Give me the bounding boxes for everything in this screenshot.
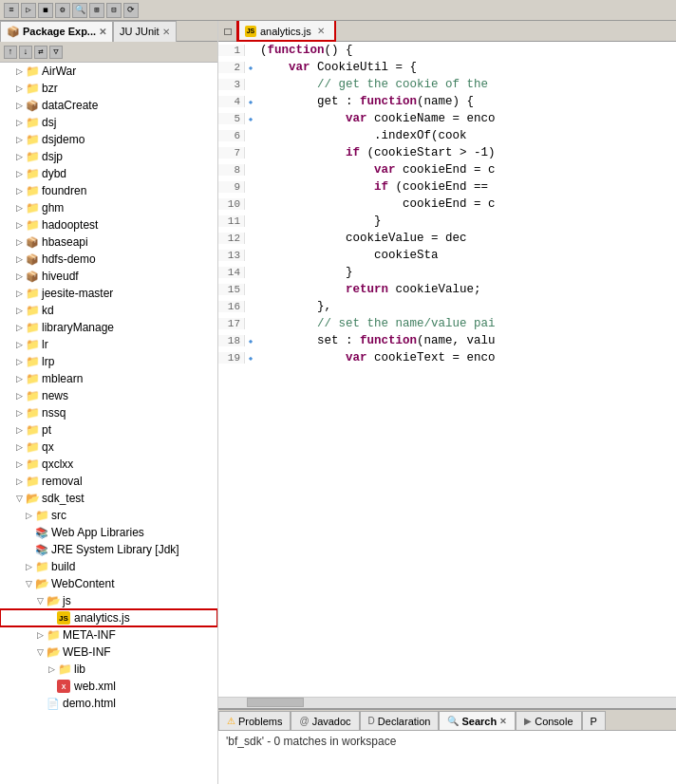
tree-item-lib[interactable]: ▷ 📁 lib [0, 661, 217, 678]
toggle-hiveudf[interactable]: ▷ [13, 271, 25, 282]
tree-item-WebContent[interactable]: ▽ 📂 WebContent [0, 575, 217, 592]
toolbar-icon-2[interactable]: ▷ [21, 3, 36, 18]
toggle-mblearn[interactable]: ▷ [13, 373, 25, 384]
tree-item-news[interactable]: ▷ 📁 news [0, 387, 217, 404]
tab-junit[interactable]: JU JUnit ✕ [113, 21, 177, 42]
tree-item-dsjdemo[interactable]: ▷ 📁 dsjdemo [0, 131, 217, 148]
toggle-META-INF[interactable]: ▷ [34, 629, 46, 641]
tree-item-lrp[interactable]: ▷ 📁 lrp [0, 353, 217, 370]
toggle-foundren[interactable]: ▷ [13, 185, 25, 196]
tree-item-dataCreate[interactable]: ▷ 📦 dataCreate [0, 97, 217, 114]
toggle-qx[interactable]: ▷ [13, 441, 25, 453]
toolbar-icon-3[interactable]: ◼ [38, 3, 53, 18]
toggle-lrp[interactable]: ▷ [13, 356, 25, 367]
tab-search[interactable]: 🔍 Search ✕ [439, 711, 516, 730]
tree-item-mblearn[interactable]: ▷ 📁 mblearn [0, 370, 217, 387]
toggle-lr[interactable]: ▷ [13, 339, 25, 350]
tree-item-js[interactable]: ▽ 📂 js [0, 592, 217, 609]
toolbar-icon-7[interactable]: ⊟ [106, 3, 122, 18]
tree-item-foundren[interactable]: ▷ 📁 foundren [0, 182, 217, 199]
toggle-airwar[interactable]: ▷ [13, 65, 25, 77]
editor-tab-analyticsjs[interactable]: JS analytics.js ✕ [237, 21, 335, 41]
tree-item-sdk_test[interactable]: ▽ 📂 sdk_test [0, 490, 217, 507]
tree-item-qxclxx[interactable]: ▷ 📁 qxclxx [0, 456, 217, 473]
close-search-tab-icon[interactable]: ✕ [499, 717, 507, 726]
tree-item-demoHtml[interactable]: ▷ 📄 demo.html [0, 695, 217, 712]
tree-item-hiveudf[interactable]: ▷ 📦 hiveudf [0, 268, 217, 285]
close-junit-icon[interactable]: ✕ [162, 27, 170, 37]
tree-item-hdfs-demo[interactable]: ▷ 📦 hdfs-demo [0, 251, 217, 268]
tree-item-META-INF[interactable]: ▷ 📁 META-INF [0, 626, 217, 644]
toggle-lib[interactable]: ▷ [46, 663, 57, 675]
toggle-qxclxx[interactable]: ▷ [13, 458, 25, 470]
toggle-WEB-INF[interactable]: ▽ [34, 646, 46, 658]
tab-p[interactable]: P [582, 711, 606, 730]
tree-item-webapplib[interactable]: ▷ 📚 Web App Libraries [0, 524, 217, 541]
toggle-removal[interactable]: ▷ [13, 476, 25, 487]
tree-item-hadooptest[interactable]: ▷ 📁 hadooptest [0, 216, 217, 233]
tree-item-nssq[interactable]: ▷ 📁 nssq [0, 404, 217, 421]
toggle-hbaseapi[interactable]: ▷ [13, 236, 25, 248]
tree-item-WEB-INF[interactable]: ▽ 📂 WEB-INF [0, 644, 217, 661]
tree-item-airwar[interactable]: ▷ 📁 AirWar [0, 63, 217, 80]
link-editor-icon[interactable]: ⇄ [34, 46, 47, 59]
tree-item-build[interactable]: ▷ 📁 build [0, 558, 217, 575]
code-editor[interactable]: 1 (function() { 2 ⬥ var CookieUtil = { 3… [218, 42, 676, 697]
tree-item-pt[interactable]: ▷ 📁 pt [0, 421, 217, 439]
toggle-dsjp[interactable]: ▷ [13, 151, 25, 162]
tree-item-lr[interactable]: ▷ 📁 lr [0, 336, 217, 353]
tree-item-kd[interactable]: ▷ 📁 kd [0, 302, 217, 319]
tree-item-webxml[interactable]: ▷ X web.xml [0, 678, 217, 695]
toggle-nssq[interactable]: ▷ [13, 407, 25, 419]
toggle-jeesite-master[interactable]: ▷ [13, 288, 25, 299]
toggle-sdk_test[interactable]: ▽ [13, 493, 25, 504]
tree-item-libraryManage[interactable]: ▷ 📁 libraryManage [0, 319, 217, 336]
tree-item-analyticsJs[interactable]: ▷ JS analytics.js [0, 609, 217, 626]
tree-item-hbaseapi[interactable]: ▷ 📦 hbaseapi [0, 233, 217, 251]
toolbar-icon-4[interactable]: ⚙ [55, 3, 70, 18]
toggle-hadooptest[interactable]: ▷ [13, 219, 25, 231]
tree-item-dsjp[interactable]: ▷ 📁 dsjp [0, 148, 217, 165]
toggle-WebContent[interactable]: ▽ [23, 578, 34, 589]
tab-declaration[interactable]: D Declaration [360, 711, 440, 730]
close-editor-tab-icon[interactable]: ✕ [315, 26, 327, 37]
toggle-hdfs-demo[interactable]: ▷ [13, 253, 25, 265]
tree-item-dybd[interactable]: ▷ 📁 dybd [0, 165, 217, 182]
toolbar-icon-5[interactable]: 🔍 [72, 3, 87, 18]
tree-item-removal[interactable]: ▷ 📁 removal [0, 473, 217, 490]
tree-item-bzr[interactable]: ▷ 📁 bzr [0, 80, 217, 97]
tree-item-jeesite-master[interactable]: ▷ 📁 jeesite-master [0, 285, 217, 302]
toggle-src[interactable]: ▷ [23, 510, 34, 521]
toolbar-icon-1[interactable]: ≡ [4, 3, 19, 18]
close-tab-icon[interactable]: ✕ [99, 27, 106, 37]
tab-console[interactable]: ▶ Console [516, 711, 581, 730]
collapse-all-icon[interactable]: ↑ [4, 46, 17, 59]
tab-package-explorer[interactable]: 📦 Package Exp... ✕ [0, 21, 113, 42]
expand-all-icon[interactable]: ↓ [19, 46, 32, 59]
toggle-dataCreate[interactable]: ▷ [13, 100, 25, 111]
toolbar-icon-6[interactable]: ⊞ [89, 3, 104, 18]
toggle-libraryManage[interactable]: ▷ [13, 322, 25, 333]
tab-javadoc[interactable]: @ Javadoc [291, 711, 359, 730]
tree-item-dsj[interactable]: ▷ 📁 dsj [0, 114, 217, 131]
toggle-bzr[interactable]: ▷ [13, 83, 25, 94]
toggle-news[interactable]: ▷ [13, 390, 25, 401]
toggle-dybd[interactable]: ▷ [13, 168, 25, 179]
toggle-build[interactable]: ▷ [23, 561, 34, 572]
toggle-pt[interactable]: ▷ [13, 424, 25, 436]
toggle-ghm[interactable]: ▷ [13, 202, 25, 214]
toggle-kd[interactable]: ▷ [13, 305, 25, 316]
tree-item-ghm[interactable]: ▷ 📁 ghm [0, 199, 217, 216]
view-menu-icon[interactable]: ▽ [49, 46, 63, 59]
toolbar-icon-8[interactable]: ⟳ [123, 3, 139, 18]
editor-tab-nav-left[interactable]: □ [218, 22, 237, 41]
toggle-dsj[interactable]: ▷ [13, 117, 25, 128]
file-tree[interactable]: ▷ 📁 AirWar ▷ 📁 bzr ▷ 📦 dataCreate ▷ 📁 [0, 63, 217, 784]
toggle-dsjdemo[interactable]: ▷ [13, 134, 25, 145]
tree-item-jrelib[interactable]: ▷ 📚 JRE System Library [Jdk] [0, 541, 217, 558]
tab-problems[interactable]: ⚠ Problems [218, 711, 291, 730]
tree-item-qx[interactable]: ▷ 📁 qx [0, 439, 217, 456]
tree-item-src[interactable]: ▷ 📁 src [0, 507, 217, 524]
code-horizontal-scrollbar[interactable] [218, 697, 676, 708]
toggle-js[interactable]: ▽ [34, 595, 46, 607]
